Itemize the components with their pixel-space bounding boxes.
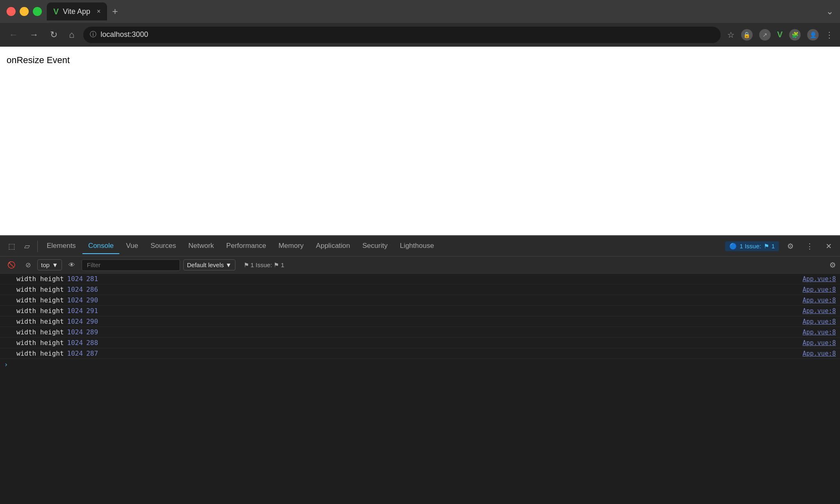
browser-menu-button[interactable]: ⋮ xyxy=(825,30,833,40)
console-source[interactable]: App.vue:8 xyxy=(803,297,836,304)
console-value-2: 291 xyxy=(86,307,98,315)
profile-icon[interactable]: 👤 xyxy=(807,29,819,41)
console-toolbar-right: ⚙ xyxy=(829,261,836,270)
console-input-row: › xyxy=(0,359,840,370)
issues-count: 🔵 xyxy=(729,243,737,250)
new-tab-button[interactable]: + xyxy=(109,4,121,19)
console-value-1: 1024 xyxy=(67,286,83,293)
close-window-button[interactable] xyxy=(7,7,16,16)
table-row: width height 1024 287 App.vue:8 xyxy=(0,348,840,359)
devtools-close-button[interactable]: ✕ xyxy=(822,239,836,253)
console-source[interactable]: App.vue:8 xyxy=(803,307,836,315)
devtools-settings-button[interactable]: ⚙ xyxy=(783,239,798,253)
console-toolbar: 🚫 ⊘ top ▼ 👁 Default levels ▼ ⚑ 1 Issue: … xyxy=(0,257,840,274)
console-key: width height xyxy=(16,275,64,283)
tab-title: Vite App xyxy=(63,7,90,16)
minimize-window-button[interactable] xyxy=(20,7,29,16)
devtools-toolbar-right: 🔵 1 Issue: ⚑ 1 ⚙ ⋮ ✕ xyxy=(725,239,836,253)
tab-console[interactable]: Console xyxy=(82,238,119,254)
issues-badge[interactable]: 🔵 1 Issue: ⚑ 1 xyxy=(725,241,779,251)
levels-label: Default levels xyxy=(187,261,224,268)
console-value-2: 288 xyxy=(86,339,98,347)
context-selector[interactable]: top ▼ xyxy=(37,259,62,270)
inspect-element-button[interactable]: ⬚ xyxy=(4,239,19,253)
tab-close-button[interactable]: × xyxy=(97,8,100,15)
forward-button[interactable]: → xyxy=(27,27,41,43)
device-toggle-button[interactable]: ▱ xyxy=(20,239,34,253)
console-value-2: 290 xyxy=(86,318,98,325)
vue-devtools-icon[interactable]: V xyxy=(777,30,783,39)
console-value-1: 1024 xyxy=(67,275,83,283)
console-value-1: 1024 xyxy=(67,350,83,357)
console-filter-input[interactable] xyxy=(82,259,180,271)
home-button[interactable]: ⌂ xyxy=(66,27,77,43)
console-key: width height xyxy=(16,318,64,325)
issues-number: 1 xyxy=(772,243,775,250)
traffic-lights xyxy=(7,7,42,16)
tab-sources[interactable]: Sources xyxy=(145,238,182,254)
table-row: width height 1024 289 App.vue:8 xyxy=(0,327,840,338)
levels-dropdown-icon: ▼ xyxy=(226,261,232,268)
url-text: localhost:3000 xyxy=(100,30,148,39)
console-filter-toggle[interactable]: ⊘ xyxy=(22,259,34,270)
console-key: width height xyxy=(16,286,64,293)
extensions-icon[interactable]: 🧩 xyxy=(789,29,801,41)
console-source[interactable]: App.vue:8 xyxy=(803,286,836,293)
table-row: width height 1024 291 App.vue:8 xyxy=(0,306,840,316)
console-key: width height xyxy=(16,328,64,336)
address-bar-actions: ☆ 🔒 ↗ V 🧩 👤 ⋮ xyxy=(727,29,833,41)
toolbar-separator xyxy=(37,241,38,252)
console-value-2: 281 xyxy=(86,275,98,283)
console-value-2: 290 xyxy=(86,296,98,304)
tab-application[interactable]: Application xyxy=(310,238,356,254)
devtools-more-button[interactable]: ⋮ xyxy=(802,239,817,253)
bookmark-icon[interactable]: ☆ xyxy=(727,30,735,40)
issues-inline-badge[interactable]: ⚑ 1 Issue: ⚑ 1 xyxy=(244,261,284,269)
tab-security[interactable]: Security xyxy=(357,238,393,254)
console-source[interactable]: App.vue:8 xyxy=(803,275,836,283)
tab-vue[interactable]: Vue xyxy=(120,238,144,254)
console-output: width height 1024 281 App.vue:8 width he… xyxy=(0,274,840,488)
extension-icon-1[interactable]: 🔒 xyxy=(741,29,753,41)
console-settings-button[interactable]: ⚙ xyxy=(829,261,836,269)
browser-menu-icon[interactable]: ⌄ xyxy=(826,6,833,17)
console-value-2: 289 xyxy=(86,328,98,336)
tab-lighthouse[interactable]: Lighthouse xyxy=(394,238,440,254)
issues-label: 1 Issue: xyxy=(740,243,761,250)
console-source[interactable]: App.vue:8 xyxy=(803,329,836,336)
address-bar-input[interactable]: ⓘ localhost:3000 xyxy=(83,27,720,43)
browser-chrome: V Vite App × + ⌄ ← → ↻ ⌂ ⓘ localhost:300… xyxy=(0,0,840,47)
levels-selector[interactable]: Default levels ▼ xyxy=(183,259,235,270)
extension-icon-2[interactable]: ↗ xyxy=(759,29,771,41)
table-row: width height 1024 281 App.vue:8 xyxy=(0,274,840,284)
tab-performance[interactable]: Performance xyxy=(221,238,272,254)
maximize-window-button[interactable] xyxy=(33,7,42,16)
console-key: width height xyxy=(16,296,64,304)
context-dropdown-icon: ▼ xyxy=(52,261,58,268)
console-source[interactable]: App.vue:8 xyxy=(803,350,836,357)
devtools-tab-bar: ⬚ ▱ Elements Console Vue Sources Network… xyxy=(0,236,840,257)
back-button[interactable]: ← xyxy=(7,27,21,43)
eye-toggle-button[interactable]: 👁 xyxy=(65,260,78,270)
devtools-panel: ⬚ ▱ Elements Console Vue Sources Network… xyxy=(0,235,840,488)
console-source[interactable]: App.vue:8 xyxy=(803,318,836,325)
address-bar: ← → ↻ ⌂ ⓘ localhost:3000 ☆ 🔒 ↗ V 🧩 👤 ⋮ xyxy=(0,23,840,47)
console-prompt-icon: › xyxy=(4,361,8,368)
console-value-1: 1024 xyxy=(67,318,83,325)
table-row: width height 1024 290 App.vue:8 xyxy=(0,316,840,327)
console-value-1: 1024 xyxy=(67,296,83,304)
tab-elements[interactable]: Elements xyxy=(41,238,82,254)
title-bar: V Vite App × + ⌄ xyxy=(0,0,840,23)
console-key: width height xyxy=(16,339,64,347)
console-value-2: 287 xyxy=(86,350,98,357)
console-key: width height xyxy=(16,307,64,315)
tab-memory[interactable]: Memory xyxy=(273,238,309,254)
browser-tab-active[interactable]: V Vite App × xyxy=(47,2,107,20)
console-source[interactable]: App.vue:8 xyxy=(803,339,836,347)
tab-network[interactable]: Network xyxy=(183,238,219,254)
console-value-1: 1024 xyxy=(67,328,83,336)
vite-icon: V xyxy=(53,7,59,16)
clear-console-button[interactable]: 🚫 xyxy=(4,259,19,270)
console-key: width height xyxy=(16,350,64,357)
reload-button[interactable]: ↻ xyxy=(48,27,60,43)
